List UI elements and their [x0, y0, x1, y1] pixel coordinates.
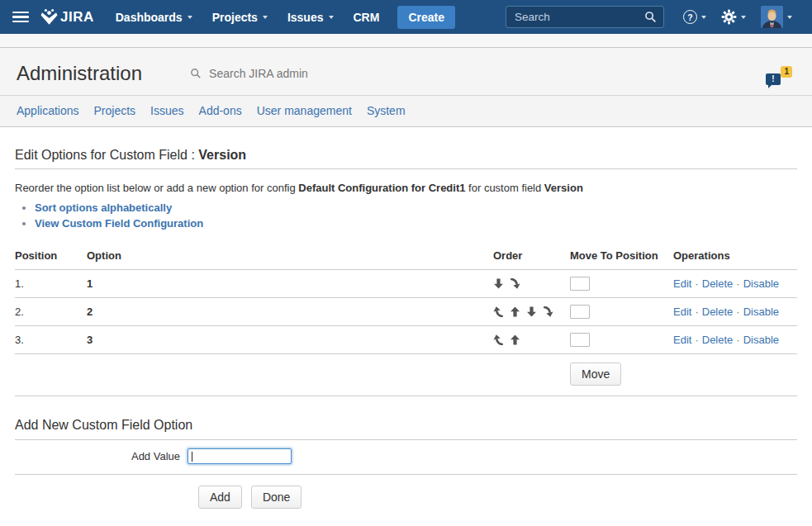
link-separator: ·: [691, 277, 701, 290]
move-to-first-icon[interactable]: [493, 334, 504, 345]
action-link-item: Sort options alphabetically: [35, 201, 797, 214]
view-custom-field-configuration-link[interactable]: View Custom Field Configuration: [35, 217, 203, 230]
table-row: 1.1Edit·Delete·Disable: [15, 270, 797, 298]
intro-text: Reorder the option list below or add a n…: [15, 182, 797, 194]
delete-link[interactable]: Delete: [702, 334, 734, 346]
main-content: Edit Options for Custom Field : Version …: [0, 127, 812, 509]
position-cell: 1.: [15, 270, 87, 298]
table-row: 2.2Edit·Delete·Disable: [15, 298, 797, 326]
order-icons: [493, 334, 570, 345]
nav-item-label: CRM: [354, 11, 380, 24]
help-menu[interactable]: ?: [676, 0, 714, 34]
tab-user-management[interactable]: User management: [249, 96, 359, 126]
tab-applications[interactable]: Applications: [9, 96, 87, 126]
avatar: [761, 6, 783, 28]
navbar-search[interactable]: [506, 6, 664, 28]
add-button[interactable]: Add: [198, 486, 242, 509]
section-heading: Edit Options for Custom Field : Version: [15, 148, 797, 163]
divider: [15, 168, 797, 169]
nav-item-dashboards[interactable]: Dashboards: [106, 0, 202, 34]
action-links: Sort options alphabeticallyView Custom F…: [15, 201, 797, 230]
add-value-input[interactable]: [188, 448, 292, 464]
admin-tabs: ApplicationsProjectsIssuesAdd-onsUser ma…: [0, 95, 812, 127]
chevron-down-icon: [263, 16, 268, 19]
chevron-down-icon: [741, 16, 746, 19]
move-button-cell: Move: [570, 354, 673, 396]
notification-icon[interactable]: 1 !: [764, 66, 792, 91]
edit-link[interactable]: Edit: [673, 277, 691, 290]
option-value: 1: [87, 277, 93, 290]
col-header-move-to-position: Move To Position: [570, 244, 673, 270]
move-to-position-cell: [570, 298, 673, 326]
move-to-position-input[interactable]: [570, 277, 590, 291]
add-value-label: Add Value: [15, 450, 180, 462]
jira-logo-text: JIRA: [60, 9, 94, 26]
nav-item-issues[interactable]: Issues: [278, 0, 344, 34]
admin-search-input[interactable]: [207, 66, 348, 81]
option-cell: 2: [87, 298, 493, 326]
jira-logo-icon: [40, 8, 58, 26]
page-title: Administration: [17, 62, 142, 85]
col-header-operations: Operations: [673, 244, 797, 270]
position-cell: 2.: [15, 298, 87, 326]
operations-cell: Edit·Delete·Disable: [673, 298, 797, 326]
link-separator: ·: [733, 306, 743, 318]
move-to-position-input[interactable]: [570, 333, 590, 347]
navbar-search-input[interactable]: [513, 10, 644, 24]
chevron-down-icon: [329, 16, 334, 19]
notification-badge: 1: [781, 66, 792, 78]
disable-link[interactable]: Disable: [743, 277, 779, 290]
col-header-option: Option: [87, 244, 493, 270]
user-profile-menu[interactable]: [753, 0, 800, 34]
edit-link[interactable]: Edit: [673, 334, 691, 346]
delete-link[interactable]: Delete: [702, 277, 734, 290]
move-button[interactable]: Move: [570, 363, 621, 386]
edit-link[interactable]: Edit: [673, 306, 691, 318]
navbar-items: DashboardsProjectsIssuesCRM: [106, 0, 390, 34]
admin-gear-menu[interactable]: [714, 0, 753, 34]
order-cell: [493, 326, 570, 354]
tab-system[interactable]: System: [359, 96, 413, 126]
sub-header-strip: [0, 34, 812, 47]
empty-cell: [87, 354, 493, 396]
admin-search[interactable]: [190, 66, 348, 81]
nav-item-crm[interactable]: CRM: [344, 0, 390, 34]
move-down-icon[interactable]: [493, 278, 504, 289]
tab-issues[interactable]: Issues: [143, 96, 191, 126]
move-to-last-icon[interactable]: [510, 278, 520, 289]
move-button-row: Move: [15, 354, 797, 396]
move-up-icon[interactable]: [510, 334, 520, 345]
move-up-icon[interactable]: [510, 306, 520, 317]
move-to-position-cell: [570, 326, 673, 354]
position-cell: 3.: [15, 326, 87, 354]
tab-projects[interactable]: Projects: [87, 96, 144, 126]
sort-options-alphabetically-link[interactable]: Sort options alphabetically: [35, 201, 172, 214]
table-row: 3.3Edit·Delete·Disable: [15, 326, 797, 354]
gear-icon: [721, 9, 737, 25]
disable-link[interactable]: Disable: [743, 334, 779, 346]
move-to-position-input[interactable]: [570, 305, 590, 319]
options-table: PositionOptionOrderMove To PositionOpera…: [15, 244, 797, 396]
nav-item-projects[interactable]: Projects: [202, 0, 278, 34]
top-navbar: JIRA DashboardsProjectsIssuesCRM Create …: [0, 0, 812, 34]
search-icon: [190, 68, 202, 79]
move-to-last-icon[interactable]: [543, 306, 553, 317]
custom-field-name: Version: [198, 148, 246, 162]
done-button[interactable]: Done: [251, 486, 302, 509]
order-cell: [493, 270, 570, 298]
move-to-first-icon[interactable]: [493, 306, 504, 317]
empty-cell: [673, 354, 797, 396]
hamburger-icon[interactable]: [12, 12, 29, 23]
disable-link[interactable]: Disable: [743, 306, 779, 318]
table-header-row: PositionOptionOrderMove To PositionOpera…: [15, 244, 797, 270]
jira-logo[interactable]: JIRA: [40, 8, 94, 26]
option-value: 3: [87, 334, 93, 346]
nav-item-label: Projects: [212, 11, 258, 24]
tab-add-ons[interactable]: Add-ons: [192, 96, 249, 126]
form-buttons: Add Done: [15, 475, 797, 509]
link-separator: ·: [691, 334, 701, 346]
notification-bubble-tail: [768, 84, 772, 88]
move-down-icon[interactable]: [526, 306, 537, 317]
delete-link[interactable]: Delete: [702, 306, 734, 318]
create-button[interactable]: Create: [397, 6, 455, 29]
